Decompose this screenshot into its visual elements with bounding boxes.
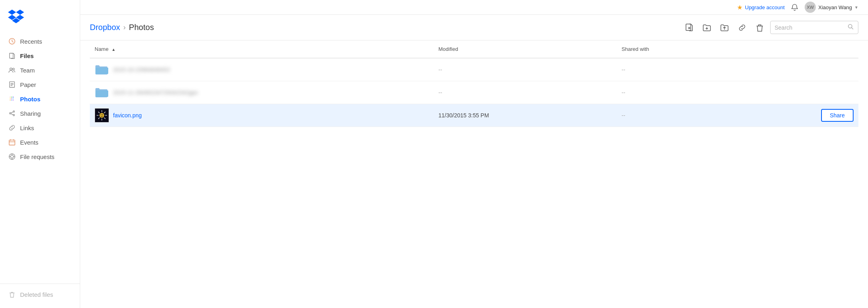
folder-icon xyxy=(95,85,109,100)
breadcrumb-root[interactable]: Dropbox xyxy=(90,23,120,32)
sidebar-item-file-requests[interactable]: File requests xyxy=(0,149,80,164)
svg-point-9 xyxy=(11,97,12,98)
shared-with-dash: -- xyxy=(621,66,625,73)
clock-icon xyxy=(8,37,16,45)
modified-dash: -- xyxy=(439,89,442,96)
sidebar-item-team-label: Team xyxy=(20,67,35,74)
svg-point-8 xyxy=(10,97,11,98)
sidebar-item-file-requests-label: File requests xyxy=(20,153,55,160)
sidebar-item-sharing-label: Sharing xyxy=(20,110,41,117)
sidebar-item-sharing[interactable]: Sharing xyxy=(0,106,80,121)
upgrade-account-link[interactable]: ★ Upgrade account xyxy=(737,4,785,11)
svg-point-50 xyxy=(101,115,101,115)
chevron-down-icon: ▼ xyxy=(854,5,858,10)
sidebar-nav: Recents Files xyxy=(0,34,80,164)
column-header-modified: Modified xyxy=(434,40,617,58)
sidebar-item-files-label: Files xyxy=(20,52,34,59)
svg-point-27 xyxy=(10,155,13,158)
paper-icon xyxy=(8,81,16,89)
svg-point-10 xyxy=(13,97,14,98)
new-file-button[interactable] xyxy=(682,20,696,35)
shared-with-dash: -- xyxy=(621,89,625,96)
sidebar-item-paper[interactable]: Paper xyxy=(0,77,80,92)
avatar: XW xyxy=(805,2,816,13)
file-name-link[interactable]: favicon.png xyxy=(113,112,142,119)
svg-point-12 xyxy=(11,98,12,99)
svg-point-3 xyxy=(12,68,14,70)
file-name-blurred: 2015-11-28490234729342342gpo xyxy=(113,89,198,96)
svg-point-15 xyxy=(11,100,12,101)
svg-point-16 xyxy=(13,100,14,101)
svg-point-19 xyxy=(13,115,15,116)
svg-line-20 xyxy=(11,112,13,113)
user-menu[interactable]: XW Xiaoyan Wang ▼ xyxy=(805,2,858,13)
column-header-shared-with: Shared with xyxy=(617,40,730,58)
share-cell: Share xyxy=(730,104,858,127)
upgrade-account-label: Upgrade account xyxy=(745,4,785,10)
sidebar-item-files[interactable]: Files xyxy=(0,48,80,63)
top-bar: ★ Upgrade account XW Xiaoyan Wang ▼ xyxy=(80,0,868,15)
svg-point-17 xyxy=(13,111,15,113)
sidebar: Recents Files xyxy=(0,0,80,308)
sharing-icon xyxy=(8,109,16,117)
svg-point-38 xyxy=(848,24,852,28)
sidebar-item-events-label: Events xyxy=(20,139,38,146)
sort-asc-icon: ▲ xyxy=(111,47,115,52)
trash-icon xyxy=(8,290,16,298)
modified-date: 11/30/2015 3:55 PM xyxy=(434,104,617,127)
requests-icon xyxy=(8,153,16,161)
star-icon: ★ xyxy=(737,4,743,11)
sidebar-item-paper-label: Paper xyxy=(20,81,36,88)
svg-point-18 xyxy=(10,113,11,114)
header-actions xyxy=(682,20,858,35)
header: Dropbox › Photos xyxy=(80,15,868,40)
table-row[interactable]: 2015-11-28490234729342342gpo -- -- xyxy=(90,81,858,104)
file-table: Name ▲ Modified Shared with xyxy=(90,40,858,127)
column-header-name[interactable]: Name ▲ xyxy=(90,40,434,58)
search-icon xyxy=(848,24,854,31)
header-left: Dropbox › Photos xyxy=(90,23,154,32)
svg-point-49 xyxy=(99,113,104,118)
shared-with-dash: -- xyxy=(621,112,625,119)
sidebar-item-links-label: Links xyxy=(20,125,34,131)
file-table-wrapper: Name ▲ Modified Shared with xyxy=(80,40,868,308)
get-link-button[interactable] xyxy=(735,20,749,35)
svg-point-2 xyxy=(10,68,12,70)
svg-point-51 xyxy=(102,115,103,115)
svg-rect-22 xyxy=(9,140,15,145)
svg-rect-1 xyxy=(10,53,13,58)
delete-button[interactable] xyxy=(753,20,767,35)
sidebar-item-events[interactable]: Events xyxy=(0,135,80,149)
events-icon xyxy=(8,138,16,146)
notifications-icon-btn[interactable] xyxy=(791,4,798,11)
sidebar-item-photos[interactable]: Photos xyxy=(0,92,80,106)
file-name-blurred: 2015-10-23984848453 xyxy=(113,66,170,73)
team-icon xyxy=(8,66,16,74)
table-row[interactable]: favicon.png 11/30/2015 3:55 PM -- Share xyxy=(90,104,858,127)
search-input[interactable] xyxy=(775,24,845,31)
sidebar-item-photos-label: Photos xyxy=(20,96,40,103)
sidebar-item-deleted-files[interactable]: Deleted files xyxy=(0,287,80,302)
table-row[interactable]: 2015-10-23984848453 -- -- xyxy=(90,58,858,81)
logo[interactable] xyxy=(0,6,80,34)
modified-dash: -- xyxy=(439,66,442,73)
user-name-label: Xiaoyan Wang xyxy=(818,4,852,10)
column-header-actions xyxy=(730,40,858,58)
sidebar-item-links[interactable]: Links xyxy=(0,121,80,135)
svg-point-14 xyxy=(10,100,11,101)
sidebar-item-team[interactable]: Team xyxy=(0,63,80,77)
svg-rect-32 xyxy=(686,24,691,30)
files-icon xyxy=(8,52,16,60)
photos-icon xyxy=(8,95,16,103)
sidebar-item-recents[interactable]: Recents xyxy=(0,34,80,48)
search-box xyxy=(770,21,858,34)
breadcrumb-current: Photos xyxy=(129,23,154,32)
svg-line-21 xyxy=(11,114,13,115)
share-button[interactable]: Share xyxy=(821,109,854,122)
sidebar-bottom: Deleted files xyxy=(0,284,80,302)
upload-button[interactable] xyxy=(717,20,732,35)
breadcrumb-separator: › xyxy=(123,23,126,32)
new-folder-button[interactable] xyxy=(700,20,714,35)
svg-line-39 xyxy=(852,28,853,29)
breadcrumb: Dropbox › Photos xyxy=(90,23,154,32)
